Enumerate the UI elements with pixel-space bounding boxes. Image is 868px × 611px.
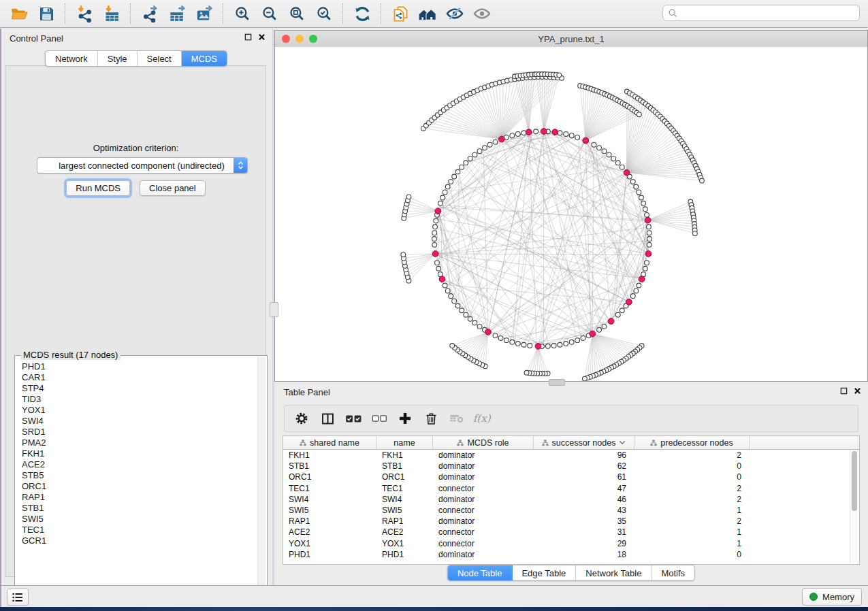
mcds-result-scrollbar[interactable] <box>257 357 266 606</box>
column-visibility-button[interactable] <box>316 408 339 429</box>
table-cell: ACE2 <box>376 527 433 537</box>
import-network-button[interactable] <box>71 1 98 26</box>
mcds-result-item[interactable]: SWI4 <box>22 416 257 427</box>
import-table-button[interactable] <box>98 1 125 26</box>
table-scrollbar-thumb[interactable] <box>852 451 857 511</box>
network-window-titlebar[interactable]: YPA_prune.txt_1 <box>275 31 867 48</box>
refresh-layout-button[interactable] <box>349 1 376 26</box>
table-cell: 0 <box>634 550 750 559</box>
tree-icon <box>457 440 464 446</box>
toolbar-separator <box>223 3 224 24</box>
export-table-button[interactable] <box>163 1 191 26</box>
table-row[interactable]: ACE2ACE2connector311 <box>283 527 859 538</box>
toolbar-separator <box>65 3 66 24</box>
tab-select[interactable]: Select <box>138 51 182 66</box>
show-all-button[interactable] <box>468 1 496 26</box>
mcds-result-item[interactable]: STP4 <box>22 383 257 394</box>
zoom-out-button[interactable] <box>256 1 283 26</box>
mcds-result-item[interactable]: YOX1 <box>22 405 257 416</box>
mcds-result-item[interactable]: STB1 <box>22 503 257 514</box>
mcds-result-item[interactable]: SRD1 <box>22 427 257 437</box>
table-cell: connector <box>433 484 534 493</box>
zoom-out-icon <box>261 5 278 22</box>
table-row[interactable]: SWI5SWI5connector431 <box>283 505 859 516</box>
table-row[interactable]: STB1STB1dominator620 <box>283 461 859 472</box>
table-row[interactable]: RAP1RAP1dominator352 <box>283 516 859 527</box>
network-window-title: YPA_prune.txt_1 <box>275 34 867 44</box>
eye-slash-icon <box>445 4 464 23</box>
column-header-successor-nodes[interactable]: successor nodes <box>534 436 634 449</box>
zoom-in-button[interactable] <box>229 1 256 26</box>
mcds-result-item[interactable]: CAR1 <box>22 372 257 383</box>
table-cell: dominator <box>433 495 534 504</box>
run-mcds-button[interactable]: Run MCDS <box>66 180 130 196</box>
tab-network[interactable]: Network <box>46 51 98 66</box>
tab-edge-table[interactable]: Edge Table <box>512 565 576 580</box>
float-panel-icon[interactable] <box>244 33 252 41</box>
table-row[interactable]: SWI4SWI4dominator462 <box>283 494 859 505</box>
table-settings-button[interactable] <box>290 408 313 429</box>
mcds-result-item[interactable]: SWI5 <box>22 514 257 525</box>
mcds-result-item[interactable]: ORC1 <box>22 481 257 492</box>
first-neighbors-button[interactable] <box>414 1 441 26</box>
open-folder-icon <box>10 5 29 23</box>
mcds-result-item[interactable]: STB5 <box>22 470 257 481</box>
close-panel-icon[interactable] <box>854 387 861 395</box>
table-row[interactable]: ORC1ORC1dominator610 <box>283 472 859 482</box>
table-row[interactable]: PHD1PHD1dominator180 <box>283 549 859 560</box>
table-cell: RAP1 <box>283 516 376 526</box>
column-header-predecessor-nodes[interactable]: predecessor nodes <box>634 436 750 449</box>
deselect-all-rows-button[interactable] <box>368 408 391 429</box>
tab-network-table[interactable]: Network Table <box>576 565 652 580</box>
table-row[interactable]: YOX1YOX1connector291 <box>283 538 859 549</box>
mcds-result-list[interactable]: PHD1CAR1STP4TID3YOX1SWI4SRD1PMA2FKH1ACE2… <box>16 357 257 606</box>
mcds-result-item[interactable]: ACE2 <box>22 459 257 470</box>
table-row[interactable]: FKH1FKH1dominator962 <box>283 450 859 461</box>
mcds-result-item[interactable]: TEC1 <box>22 525 257 535</box>
zoom-fit-button[interactable] <box>283 1 310 26</box>
column-header-mcds-role[interactable]: MCDS role <box>433 436 534 449</box>
zoom-selected-button[interactable] <box>310 1 338 26</box>
tab-motifs[interactable]: Motifs <box>652 565 694 580</box>
mcds-result-item[interactable]: RAP1 <box>22 492 257 503</box>
column-header-shared-name[interactable]: shared name <box>283 436 376 449</box>
table-scrollbar[interactable] <box>850 450 858 563</box>
delete-column-button[interactable] <box>419 408 443 429</box>
mcds-result-item[interactable]: PHD1 <box>22 361 257 372</box>
table-cell: STB1 <box>376 461 433 471</box>
table-row[interactable]: TEC1TEC1connector472 <box>283 483 859 494</box>
save-session-button[interactable] <box>33 1 60 26</box>
export-network-button[interactable] <box>136 1 163 26</box>
duplicate-network-button[interactable] <box>387 1 414 26</box>
search-box[interactable] <box>662 5 860 21</box>
optimization-criterion-select[interactable]: largest connected component (undirected) <box>37 157 248 174</box>
open-file-button[interactable] <box>5 1 33 26</box>
search-input[interactable] <box>682 7 854 19</box>
mcds-result-item[interactable]: GCR1 <box>22 535 257 546</box>
column-header-name[interactable]: name <box>376 436 433 449</box>
float-panel-icon[interactable] <box>840 387 848 395</box>
add-column-button[interactable] <box>393 408 417 429</box>
export-image-button[interactable] <box>191 1 218 26</box>
show-panels-button[interactable] <box>7 589 29 606</box>
save-icon <box>38 5 55 22</box>
export-table-icon <box>168 5 187 23</box>
network-canvas[interactable] <box>275 47 867 381</box>
table-panel-titlebar: Table Panel <box>274 382 868 401</box>
horizontal-splitter-handle[interactable] <box>549 379 565 386</box>
delete-table-icon <box>449 411 464 426</box>
tab-node-table[interactable]: Node Table <box>448 565 513 580</box>
tab-style[interactable]: Style <box>98 51 138 66</box>
close-panel-button[interactable]: Close panel <box>140 180 206 196</box>
tab-mcds[interactable]: MCDS <box>182 51 227 66</box>
memory-button[interactable]: Memory <box>802 588 862 606</box>
close-panel-icon[interactable] <box>258 33 266 41</box>
hide-selected-button[interactable] <box>441 1 468 26</box>
import-network-icon <box>76 5 94 23</box>
select-all-rows-button[interactable] <box>342 408 365 429</box>
mcds-result-item[interactable]: FKH1 <box>22 448 257 459</box>
mcds-result-item[interactable]: PMA2 <box>22 437 257 448</box>
vertical-splitter-handle[interactable] <box>270 302 278 317</box>
mcds-result-item[interactable]: TID3 <box>22 394 257 405</box>
table-cell: PHD1 <box>283 550 376 559</box>
